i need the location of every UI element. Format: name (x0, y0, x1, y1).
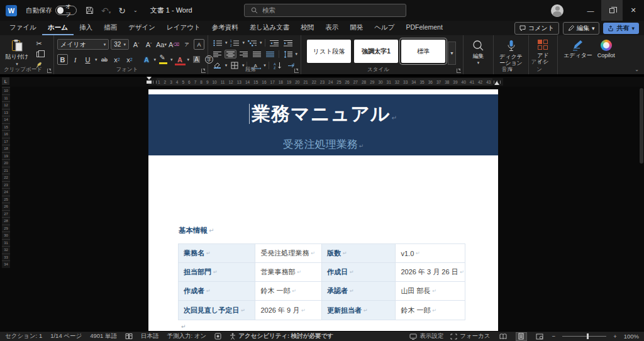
line-spacing-icon[interactable] (282, 50, 294, 59)
focus-button[interactable]: フォーカス (450, 332, 490, 340)
highlight-color-icon[interactable] (158, 54, 169, 65)
vertical-ruler[interactable]: 1011121314151617181920212223242526272829… (2, 87, 10, 268)
table-label-cell[interactable]: 作成者 (179, 282, 255, 300)
tab-stop-selector[interactable]: L (2, 77, 9, 85)
dialog-launcher-icon[interactable] (47, 69, 52, 73)
ribbon-tab-開発[interactable]: 開発 (344, 21, 369, 35)
horizontal-ruler[interactable]: 1234567891011121314151617181920212223242… (148, 78, 503, 86)
ribbon-tab-レイアウト[interactable]: レイアウト (161, 21, 206, 35)
restore-button[interactable] (601, 0, 623, 21)
style-card[interactable]: リスト段落 (307, 40, 351, 63)
page-indicator[interactable]: 1/14 ページ (50, 332, 82, 340)
justify-icon[interactable] (251, 50, 263, 59)
editing-menu-button[interactable]: 編集 ▾ (467, 38, 490, 65)
table-label-cell[interactable]: 次回見直し予定日 (179, 301, 255, 320)
copy-icon[interactable] (33, 50, 45, 59)
collapse-ribbon-icon[interactable]: ⌄ (635, 67, 639, 72)
autosave-control[interactable]: 自動保存 オフ (26, 6, 77, 15)
table-label-cell[interactable]: 更新担当者 (322, 301, 396, 320)
align-left-icon[interactable] (211, 50, 223, 59)
enclose-characters-icon[interactable]: A (194, 39, 204, 50)
chevron-down-icon[interactable]: ▾ (260, 40, 262, 45)
prediction-indicator[interactable]: 予測入力: オン (167, 332, 207, 340)
ribbon-tab-校閲[interactable]: 校閲 (295, 21, 319, 35)
ribbon-tab-PDFelement[interactable]: PDFelement (400, 21, 448, 35)
character-shading-icon[interactable]: A (191, 54, 202, 65)
editing-mode-button[interactable]: 編集 ▾ (563, 22, 600, 35)
table-value-cell[interactable]: 鈴木 一郎 (396, 301, 465, 320)
table-value-cell[interactable]: 山田 部長 (396, 282, 465, 300)
ribbon-tab-ホーム[interactable]: ホーム (42, 21, 74, 35)
display-settings-button[interactable]: 表示設定 (409, 332, 443, 340)
document-workspace[interactable]: 1011121314151617181920212223242526272829… (0, 87, 644, 331)
document-page[interactable]: 業務マニュアル↵ 受発注処理業務↵ 基本情報↵ 業務名受発注処理業務版数v1.0… (148, 89, 498, 331)
redo-icon[interactable]: ↻ (118, 6, 126, 16)
decrease-indent-icon[interactable] (268, 38, 280, 47)
ribbon-tab-差し込み文書[interactable]: 差し込み文書 (244, 21, 296, 35)
autosave-toggle[interactable]: オフ (55, 6, 77, 15)
clear-formatting-icon[interactable]: A⌫ (169, 39, 179, 50)
dialog-launcher-icon[interactable] (457, 69, 461, 73)
table-value-cell[interactable]: 2026 年 9 月 (255, 301, 322, 320)
align-center-icon[interactable] (225, 50, 236, 59)
indent-marker-right[interactable] (494, 81, 499, 85)
increase-indent-icon[interactable] (282, 38, 294, 47)
italic-icon[interactable]: I (70, 54, 80, 65)
styles-gallery-more-icon[interactable]: ▼ (448, 42, 456, 65)
table-label-cell[interactable]: 業務名 (179, 244, 255, 262)
table-value-cell[interactable]: 営業事務部 (255, 263, 322, 281)
account-avatar[interactable] (551, 4, 564, 17)
bold-icon[interactable]: B (57, 54, 68, 65)
bullets-icon[interactable] (211, 38, 224, 47)
proofing-icon[interactable] (125, 333, 133, 340)
chevron-down-icon[interactable]: ▾ (296, 52, 298, 57)
qat-overflow-icon[interactable]: ⌄ (133, 8, 138, 13)
copilot-button[interactable]: Copilot (595, 38, 618, 59)
zoom-out-button[interactable]: − (552, 333, 556, 340)
title-banner[interactable]: 業務マニュアル↵ 受発注処理業務↵ (148, 94, 498, 155)
editor-button[interactable]: エディター (561, 38, 595, 59)
phonetic-guide-icon[interactable]: ァ (181, 39, 192, 50)
table-value-cell[interactable]: 受発注処理業務 (255, 244, 322, 262)
print-layout-icon[interactable] (516, 332, 527, 341)
cut-icon[interactable]: ✂ (33, 40, 45, 48)
underline-icon[interactable]: U (82, 54, 93, 65)
change-case-icon[interactable]: Aa▾ (156, 39, 167, 50)
chevron-down-icon[interactable]: ▾ (187, 57, 190, 62)
subscript-icon[interactable]: x2 (112, 54, 123, 65)
document-subheading[interactable]: 受発注処理業務↵ (148, 137, 498, 152)
ribbon-tab-挿入[interactable]: 挿入 (74, 21, 98, 35)
chevron-down-icon[interactable]: ▾ (243, 40, 245, 45)
accessibility-status[interactable]: アクセシビリティ: 検討が必要です (230, 332, 333, 340)
ribbon-tab-ファイル[interactable]: ファイル (4, 21, 42, 35)
zoom-in-button[interactable]: + (613, 333, 617, 340)
read-mode-icon[interactable] (497, 332, 509, 341)
comments-button[interactable]: コメント (514, 22, 559, 35)
superscript-icon[interactable]: x2 (125, 54, 135, 65)
zoom-level[interactable]: 100% (624, 333, 639, 340)
share-button[interactable]: 共有 ▾ (603, 23, 639, 34)
word-count[interactable]: 4901 単語 (90, 332, 117, 340)
chevron-down-icon[interactable]: ▾ (170, 57, 173, 62)
font-size-select[interactable]: 32▾ (111, 39, 129, 50)
align-right-icon[interactable] (238, 50, 250, 59)
font-name-select[interactable]: メイリオ▾ (57, 39, 109, 50)
chevron-down-icon[interactable]: ▾ (95, 57, 97, 62)
chevron-down-icon[interactable]: ▾ (225, 40, 228, 45)
chevron-down-icon[interactable]: ▾ (154, 57, 157, 62)
dialog-launcher-icon[interactable] (294, 69, 299, 73)
basic-info-table[interactable]: 業務名受発注処理業務版数v1.0担当部門営業事務部作成日2026 年 3 月 2… (178, 243, 465, 320)
section-heading[interactable]: 基本情報↵ (179, 226, 498, 235)
style-card[interactable]: 標準 (401, 40, 445, 63)
undo-icon[interactable]: ↶▾ (101, 6, 111, 16)
numbering-icon[interactable]: 12 (229, 38, 242, 47)
ribbon-tab-参考資料[interactable]: 参考資料 (206, 21, 244, 35)
table-label-cell[interactable]: 版数 (322, 244, 396, 262)
text-effects-icon[interactable]: A (142, 54, 152, 65)
distribute-icon[interactable] (264, 50, 276, 59)
search-input[interactable]: 検索 (244, 4, 406, 17)
section-indicator[interactable]: セクション: 1 (5, 332, 42, 340)
language-indicator[interactable]: 日本語 (141, 332, 159, 340)
zoom-slider-thumb[interactable] (587, 333, 589, 339)
table-label-cell[interactable]: 担当部門 (179, 263, 255, 281)
